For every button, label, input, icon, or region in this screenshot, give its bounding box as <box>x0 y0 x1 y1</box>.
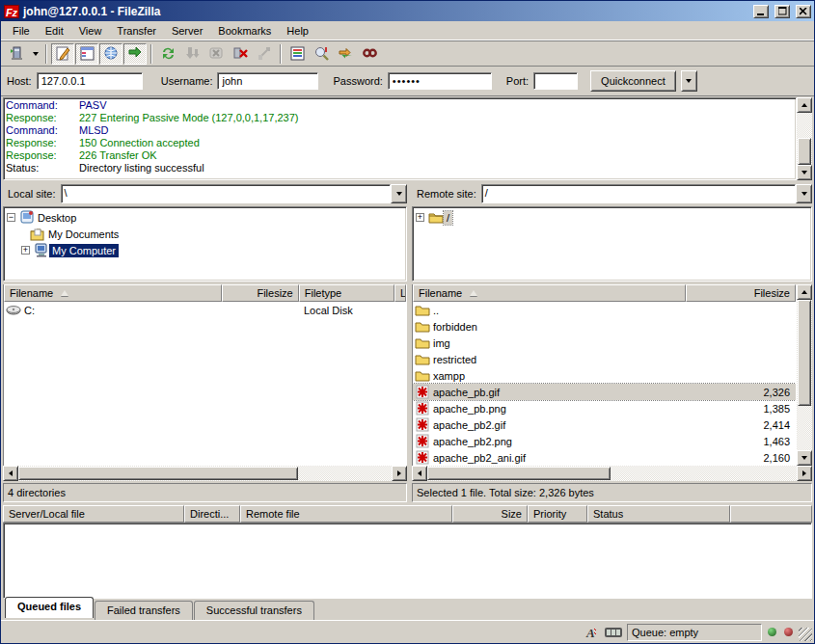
column-header-filesize[interactable]: Filesize <box>222 284 298 302</box>
sync-browse-button[interactable] <box>334 43 357 65</box>
toggle-remote-tree-button[interactable] <box>99 43 122 65</box>
disconnect-button[interactable] <box>229 43 252 65</box>
speed-limit-icon[interactable] <box>604 625 623 640</box>
refresh-button[interactable] <box>156 43 179 65</box>
transfer-type-ascii-icon[interactable]: A <box>581 625 600 640</box>
expand-icon[interactable]: + <box>416 213 424 222</box>
column-header-server-local-file[interactable]: Server/Local file <box>3 505 184 523</box>
tree-item-desktop[interactable]: − Desktop <box>5 209 405 226</box>
sort-ascending-icon <box>470 290 477 296</box>
minimize-button[interactable] <box>753 5 769 18</box>
local-site-value[interactable]: \ <box>61 184 391 203</box>
scroll-down-button[interactable] <box>797 165 812 180</box>
file-row[interactable]: forbidden <box>413 318 796 335</box>
column-header-direction[interactable]: Directi... <box>184 505 240 523</box>
remote-site-dropdown[interactable] <box>796 184 812 203</box>
column-header-filetype[interactable]: Filetype <box>299 284 394 302</box>
scroll-left-button[interactable] <box>412 466 427 481</box>
scroll-right-button[interactable] <box>392 466 407 481</box>
remote-site-combo[interactable]: / <box>481 184 812 203</box>
my-computer-icon <box>34 243 49 258</box>
site-manager-button[interactable] <box>5 43 28 65</box>
file-row[interactable]: .. <box>413 302 796 318</box>
column-header-remote-file[interactable]: Remote file <box>240 505 452 523</box>
menu-help[interactable]: Help <box>279 23 316 39</box>
remote-site-value[interactable]: / <box>481 184 796 203</box>
collapse-icon[interactable]: − <box>7 213 15 222</box>
column-header-size[interactable]: Size <box>452 505 528 523</box>
tab-failed-transfers[interactable]: Failed transfers <box>95 601 193 620</box>
column-header-filename[interactable]: Filename <box>4 284 222 302</box>
quickconnect-button[interactable]: Quickconnect <box>590 70 676 92</box>
filter-button[interactable] <box>285 43 309 65</box>
local-site-combo[interactable]: \ <box>61 184 407 203</box>
remote-vertical-scrollbar[interactable] <box>797 284 812 466</box>
scrollbar-thumb[interactable] <box>798 138 811 165</box>
remote-horizontal-scrollbar[interactable] <box>412 466 812 481</box>
tree-item-root[interactable]: + / <box>414 209 810 226</box>
file-row[interactable]: img <box>413 335 796 351</box>
site-manager-dropdown[interactable] <box>29 43 41 65</box>
local-horizontal-scrollbar[interactable] <box>3 466 407 481</box>
toggle-message-log-button[interactable] <box>51 43 74 65</box>
log-scrollbar[interactable] <box>797 97 812 180</box>
port-input[interactable] <box>533 72 578 90</box>
scroll-up-button[interactable] <box>797 97 812 113</box>
username-input[interactable] <box>217 72 318 90</box>
toggle-queue-button[interactable] <box>123 43 147 65</box>
scroll-right-button[interactable] <box>797 466 812 481</box>
tree-label[interactable]: My Documents <box>45 228 122 241</box>
tree-item-my-documents[interactable]: My Documents <box>5 226 405 242</box>
username-label: Username: <box>161 75 213 87</box>
expand-icon[interactable]: + <box>21 246 30 255</box>
scrollbar-thumb[interactable] <box>798 300 811 406</box>
column-header-lastmodified[interactable]: L <box>394 284 406 302</box>
tree-label[interactable]: Desktop <box>35 211 79 225</box>
file-row[interactable]: apache_pb2.png1,463 <box>413 433 796 449</box>
search-button[interactable] <box>358 43 381 65</box>
maximize-button[interactable] <box>774 5 790 18</box>
queue-size-indicator: Queue: empty <box>627 624 762 641</box>
host-input[interactable] <box>37 72 143 90</box>
scroll-up-button[interactable] <box>797 284 812 300</box>
column-header-filesize[interactable]: Filesize <box>686 284 796 302</box>
scrollbar-thumb[interactable] <box>427 467 611 480</box>
tree-item-my-computer[interactable]: + My Computer <box>5 242 405 258</box>
tree-label-selected[interactable]: / <box>444 211 452 225</box>
tab-successful-transfers[interactable]: Successful transfers <box>194 601 314 620</box>
file-row[interactable]: apache_pb.png1,385 <box>413 400 796 416</box>
close-button[interactable] <box>796 5 811 18</box>
file-row[interactable]: apache_pb2_ani.gif2,160 <box>413 449 796 466</box>
menu-edit[interactable]: Edit <box>38 23 71 39</box>
cancel-operation-button[interactable] <box>204 43 228 65</box>
column-header-filename[interactable]: Filename <box>413 284 686 302</box>
local-site-dropdown[interactable] <box>391 184 407 203</box>
scroll-down-button[interactable] <box>797 450 812 466</box>
compare-button[interactable] <box>310 43 333 65</box>
tab-queued-files[interactable]: Queued files <box>5 597 94 618</box>
file-row[interactable]: apache_pb2.gif2,414 <box>413 416 796 433</box>
column-header-priority[interactable]: Priority <box>528 505 587 523</box>
menu-server[interactable]: Server <box>164 23 210 39</box>
resize-grip[interactable] <box>799 628 812 641</box>
desktop-icon <box>19 210 35 226</box>
activity-led-red-icon <box>784 628 793 636</box>
file-row-c-drive[interactable]: C: Local Disk <box>4 302 406 318</box>
menu-view[interactable]: View <box>71 23 110 39</box>
tree-label-selected[interactable]: My Computer <box>49 244 119 257</box>
process-queue-button[interactable] <box>180 43 204 65</box>
file-row[interactable]: xampp <box>413 367 796 384</box>
reconnect-button[interactable] <box>253 43 276 65</box>
queue-header: Server/Local file Directi... Remote file… <box>3 505 812 523</box>
quickconnect-dropdown[interactable] <box>681 70 697 92</box>
menu-bookmarks[interactable]: Bookmarks <box>210 23 279 39</box>
file-row-selected[interactable]: apache_pb.gif2,326 <box>413 384 796 400</box>
file-row[interactable]: restricted <box>413 351 796 367</box>
menu-transfer[interactable]: Transfer <box>109 23 164 39</box>
password-input[interactable] <box>388 72 492 90</box>
scroll-left-button[interactable] <box>3 466 18 481</box>
toggle-local-tree-button[interactable] <box>75 43 98 65</box>
scrollbar-thumb[interactable] <box>18 467 298 480</box>
menu-file[interactable]: File <box>5 23 38 39</box>
column-header-status[interactable]: Status <box>587 505 730 523</box>
